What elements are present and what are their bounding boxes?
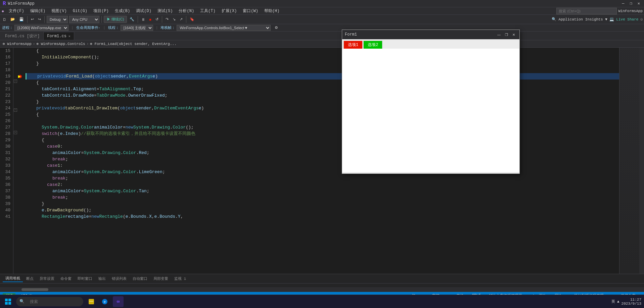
code-line[interactable]: InitializeComponent(); <box>26 54 619 60</box>
code-line[interactable]: System.Drawing.Color animalColor = new S… <box>26 124 619 131</box>
code-line[interactable]: Rectangle rectangle = new Rectangle(e.Bo… <box>26 213 619 220</box>
feedback-btn[interactable]: ☺ <box>640 17 643 21</box>
thread-dropdown[interactable]: [1640] 主线程 <box>121 25 153 31</box>
minimize-btn[interactable]: — <box>620 1 626 6</box>
fold-icon[interactable] <box>13 60 17 67</box>
form1-minimize-btn[interactable]: — <box>496 32 502 38</box>
fold-icon[interactable] <box>13 185 17 192</box>
menu-edit[interactable]: 编辑(E) <box>28 7 48 14</box>
stepout-btn[interactable]: ↗ <box>178 16 184 22</box>
code-line[interactable]: switch (e.Index)//获取不同的选项卡索引，并且给不同选项卡设置不… <box>26 131 619 137</box>
stop-btn[interactable]: ■ <box>148 17 153 22</box>
breakpoint-row[interactable] <box>17 48 23 54</box>
code-line[interactable]: tabControl1.Alignment = TabAlignment.Top… <box>26 86 619 92</box>
bottom-tab-自动窗口[interactable]: 自动窗口 <box>130 275 150 282</box>
breakpoint-row[interactable] <box>17 150 23 156</box>
bottom-tab-异常设置[interactable]: 异常设置 <box>37 275 57 282</box>
breakpoint-row[interactable] <box>17 111 23 118</box>
save-btn[interactable]: 💾 <box>18 16 25 22</box>
code-line[interactable]: animalColor = System.Drawing.Color.Tan; <box>26 188 619 194</box>
process-dropdown[interactable]: [12080] WinFormsApp.exe <box>14 25 68 31</box>
code-line[interactable] <box>26 118 619 124</box>
restore-btn[interactable]: ❐ <box>629 1 634 6</box>
breakpoint-row[interactable] <box>17 143 23 150</box>
code-line[interactable]: private void Form1_Load(object sender, E… <box>26 73 619 80</box>
taskbar-vs-icon[interactable]: ∞ <box>113 296 124 307</box>
code-line[interactable]: break; <box>26 156 619 162</box>
code-line[interactable]: { <box>26 111 619 118</box>
tab-form1-cs[interactable]: Form1.cs ✕ <box>43 32 74 40</box>
menu-analyze[interactable]: 分析(N) <box>176 7 197 14</box>
fold-icon[interactable] <box>13 83 17 89</box>
breakpoint-row[interactable] <box>17 80 23 86</box>
fold-icon[interactable] <box>13 147 17 153</box>
debug-mode-dropdown[interactable]: Debug <box>47 16 68 23</box>
code-line[interactable]: animalColor = System.Drawing.Color.Red; <box>26 150 619 156</box>
breakpoint-row[interactable] <box>17 201 23 207</box>
start-btn[interactable] <box>3 296 13 307</box>
menu-build[interactable]: 生成(B) <box>112 7 133 14</box>
bottom-tab-命令窗[interactable]: 命令窗 <box>58 275 74 282</box>
fold-icon[interactable] <box>13 124 17 131</box>
fold-icon[interactable] <box>13 54 17 60</box>
breakpoint-row[interactable] <box>17 67 23 73</box>
fold-icon[interactable] <box>13 153 17 160</box>
redo-btn[interactable]: ↪ <box>37 16 42 22</box>
fold-icon[interactable] <box>13 141 17 147</box>
run-btn[interactable]: ▶ 继续(C) <box>104 16 127 23</box>
fold-icon[interactable]: − <box>14 108 17 112</box>
fold-icon[interactable] <box>13 102 17 108</box>
fold-icon[interactable] <box>13 192 17 198</box>
breakpoint-row[interactable] <box>17 131 23 137</box>
breakpoint-row[interactable] <box>17 92 23 99</box>
taskbar-lang[interactable]: 英 <box>611 299 615 304</box>
stepover-btn[interactable]: ↷ <box>164 16 170 22</box>
breadcrumb-method[interactable]: ⊕ Form1_Load(object sender, EventArg... <box>90 42 176 46</box>
form1-restore-btn[interactable]: ❐ <box>503 32 509 38</box>
code-line[interactable]: } <box>26 201 619 207</box>
menu-tools[interactable]: 工具(T) <box>197 7 218 14</box>
code-line[interactable]: break; <box>26 175 619 182</box>
fold-icon[interactable] <box>13 204 17 211</box>
menu-file[interactable]: 文件(F) <box>6 7 27 14</box>
fold-icon[interactable]: − <box>14 80 17 83</box>
attach-btn[interactable]: 🔧 <box>128 16 136 22</box>
restart-btn[interactable]: ↺ <box>154 16 160 22</box>
breakpoint-row[interactable] <box>17 175 23 182</box>
fold-icon[interactable] <box>13 134 17 141</box>
fold-icon[interactable] <box>13 198 17 204</box>
menu-git[interactable]: Git(G) <box>70 8 90 14</box>
bottom-tab-监视-1[interactable]: 监视 1 <box>172 275 189 282</box>
breakpoint-row[interactable] <box>17 86 23 92</box>
taskbar-search-container[interactable]: 🔍 <box>16 297 83 306</box>
breakpoint-row[interactable] <box>17 54 23 60</box>
menu-help[interactable]: 帮助(H) <box>262 7 282 14</box>
taskbar-explorer-icon[interactable] <box>86 296 97 307</box>
taskbar-browser-icon[interactable]: e <box>99 296 110 307</box>
form1-tab2[interactable]: 选项2 <box>363 41 382 49</box>
bottom-tab-断点[interactable]: 断点 <box>24 275 36 282</box>
breakpoint-row[interactable] <box>17 118 23 124</box>
bottom-tab-输出[interactable]: 输出 <box>96 275 108 282</box>
fold-icon[interactable] <box>13 172 17 179</box>
breakpoint-row[interactable] <box>17 188 23 194</box>
code-line[interactable] <box>26 67 619 73</box>
breakpoint-row[interactable] <box>17 213 23 220</box>
menu-window[interactable]: 窗口(W) <box>240 7 261 14</box>
taskbar-search-input[interactable] <box>26 297 80 306</box>
bottom-tab-错误列表[interactable]: 错误列表 <box>109 275 129 282</box>
breakpoint-row[interactable] <box>17 207 23 213</box>
menu-project[interactable]: 项目(P) <box>91 7 111 14</box>
code-line[interactable]: case 1: <box>26 162 619 169</box>
menu-extensions[interactable]: 扩展(X) <box>219 7 240 14</box>
bookmark-btn[interactable]: 🔖 <box>188 16 196 22</box>
fold-icon[interactable] <box>13 160 17 166</box>
open-btn[interactable]: 📂 <box>9 16 16 22</box>
scroll-indicator[interactable] <box>639 48 644 274</box>
menu-view[interactable]: 视图(V) <box>49 7 70 14</box>
code-line[interactable]: { <box>26 137 619 143</box>
breakpoint-row[interactable] <box>17 60 23 67</box>
undo-btn[interactable]: ↩ <box>30 16 35 22</box>
stepinto-btn[interactable]: ↘ <box>171 16 177 22</box>
fold-icon[interactable] <box>13 118 17 124</box>
